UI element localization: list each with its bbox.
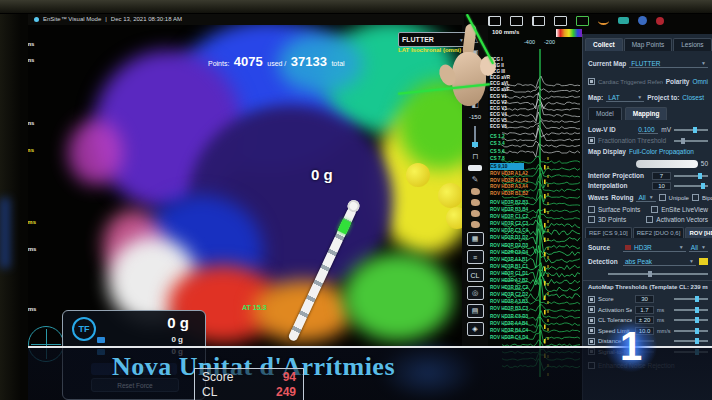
polarity-value[interactable]: Omni <box>692 78 708 85</box>
opacity-bar[interactable] <box>636 160 698 168</box>
rov-channel[interactable]: ROV HD3R D1,D2 <box>490 234 570 241</box>
source-dropdown[interactable]: HD3R▼ <box>623 244 686 252</box>
globe-icon[interactable] <box>638 16 647 25</box>
interior-value[interactable]: 7 <box>652 172 671 180</box>
liveview-checkbox[interactable] <box>651 206 658 213</box>
lock-icon[interactable]: ⊓ <box>472 152 478 161</box>
cs-channel[interactable]: CS 3,4 <box>490 140 570 147</box>
unipole-checkbox[interactable] <box>659 194 666 201</box>
ref-tab[interactable]: REF [CS 9,10] <box>585 227 632 238</box>
rov-channel[interactable]: ROV HD3R B3,B4 <box>490 206 570 213</box>
rov-channel[interactable]: ROV HD3R A3,A4 <box>490 184 570 191</box>
pen-icon[interactable]: ✎ <box>472 175 479 184</box>
threshold-checkbox[interactable] <box>588 338 595 345</box>
threshold-slider[interactable] <box>674 330 708 332</box>
surface-points-checkbox[interactable] <box>588 206 595 213</box>
cs-channel[interactable]: CS 5,6 <box>490 148 570 155</box>
interpolation-slider[interactable] <box>674 185 708 187</box>
cl-tool-button[interactable]: CL <box>467 268 484 282</box>
project-value[interactable]: Closest <box>682 94 704 101</box>
lowv-value[interactable]: 0.100 <box>638 126 658 134</box>
rov-channel[interactable]: ROV HD3R C2,D2 <box>490 291 570 298</box>
bipole-checkbox[interactable] <box>692 194 699 201</box>
roving-dropdown[interactable]: All▼ <box>636 194 655 202</box>
cs-channel[interactable]: CS 7,8 <box>490 155 570 162</box>
rov-channel[interactable]: ROV HD3R C3,C4 <box>490 227 570 234</box>
map-viewport[interactable]: Points: 4075 used / 37133 total 0 g AT 1… <box>28 25 462 346</box>
rov-channel[interactable]: ROV HD3R B4,C4 <box>490 327 570 334</box>
detection-dropdown[interactable]: abs Peak▼ <box>623 258 696 266</box>
cs-channel[interactable]: CS 1,2 <box>490 133 570 140</box>
sensitivity-slider[interactable] <box>608 273 708 275</box>
grid-tool-icon[interactable]: ▦ <box>467 232 484 246</box>
rov-channel[interactable]: ROV HD3R A1,B1 <box>490 256 570 263</box>
threshold-slider[interactable] <box>674 298 708 300</box>
view-preset-button[interactable] <box>468 165 482 171</box>
rotate-hand-icon[interactable] <box>471 199 480 206</box>
rov-channel[interactable]: ROV HD3R B2,C2 <box>490 284 570 291</box>
ecg-channel[interactable]: ECG V6 <box>490 124 570 130</box>
rov-channel[interactable]: ROV HD3R C4,D4 <box>490 334 570 341</box>
rov-channel[interactable]: ROV HD3R B2,B3 <box>490 199 570 206</box>
interior-slider[interactable] <box>674 175 708 177</box>
panel-tab[interactable]: Collect <box>585 38 623 51</box>
activation-vectors-checkbox[interactable] <box>646 216 653 223</box>
window-pane-icon[interactable] <box>510 16 523 26</box>
lesion-marker[interactable] <box>438 183 462 208</box>
lesion-marker[interactable] <box>406 163 430 187</box>
threshold-checkbox[interactable] <box>588 296 595 303</box>
current-map-dropdown[interactable]: FLUTTER▼ <box>629 60 708 68</box>
ref-tab[interactable]: REF2 [DUO 0,6] <box>633 227 685 238</box>
rov-channel[interactable]: ROV HD3R A1,A2 <box>490 171 570 178</box>
lowv-slider[interactable] <box>674 129 708 131</box>
threshold-checkbox[interactable] <box>588 306 595 313</box>
signal-icon[interactable] <box>598 17 609 25</box>
rov-channel[interactable]: ROV HD3R B3,C3 <box>490 305 570 312</box>
interpolation-value[interactable]: 10 <box>652 182 671 190</box>
threshold-checkbox[interactable] <box>588 327 595 334</box>
map-display-value[interactable]: Full-Color Propagation <box>629 148 694 155</box>
detection-color-swatch[interactable] <box>699 258 708 265</box>
3d-points-checkbox[interactable] <box>588 216 595 223</box>
threshold-slider[interactable] <box>674 340 708 342</box>
panel-tab[interactable]: Lesions <box>673 38 711 51</box>
rov-channel[interactable]: ROV HD3R A3,B3 <box>490 298 570 305</box>
window-layout-icon[interactable] <box>532 16 545 26</box>
select-hand-icon[interactable] <box>471 210 480 217</box>
diamond-tool-icon[interactable]: ◈ <box>467 322 484 336</box>
model-tab[interactable]: Model <box>588 107 622 120</box>
cardiac-ref-checkbox[interactable] <box>588 78 595 85</box>
rov-channel[interactable]: ROV HD3R D2,D3 <box>490 242 570 249</box>
rov-channel[interactable]: ROV HD3R C3,D3 <box>490 313 570 320</box>
lesion-marker[interactable] <box>446 207 462 229</box>
layers-tool-icon[interactable]: ▤ <box>467 304 484 318</box>
cs-channel[interactable]: CS 9,10 <box>490 163 524 170</box>
chat-icon[interactable] <box>618 17 629 24</box>
source-scope-dropdown[interactable]: All▼ <box>689 244 708 252</box>
target-tool-icon[interactable]: ◎ <box>467 286 484 300</box>
pan-hand-icon[interactable] <box>471 188 480 195</box>
mapping-tab[interactable]: Mapping <box>625 107 668 120</box>
window-arrow-icon[interactable] <box>554 16 567 26</box>
rov-channel[interactable]: ROV HD3R C2,C3 <box>490 220 570 227</box>
threshold-checkbox[interactable] <box>588 317 595 324</box>
rov-channel[interactable]: ROV HD3R A2,A3 <box>490 178 570 185</box>
threshold-value[interactable]: 30 <box>635 295 654 303</box>
depth-slider[interactable] <box>474 126 476 148</box>
rov-channel[interactable]: ROV HD3R B1,C1 <box>490 263 570 270</box>
rov-channel[interactable]: ROV HD3R A2,B2 <box>490 277 570 284</box>
rov-channel[interactable]: ROV HD3R A4,B4 <box>490 320 570 327</box>
map-dropdown[interactable]: LAT▼ <box>606 94 644 102</box>
fractionation-slider[interactable] <box>674 140 708 142</box>
rov-channel[interactable]: ROV HD3R C1,D1 <box>490 270 570 277</box>
threshold-slider[interactable] <box>674 309 708 311</box>
threshold-value[interactable]: 1.7 <box>635 306 654 314</box>
rov-channel[interactable]: ROV HD3R B1,B2 <box>490 191 570 198</box>
rov-channel[interactable]: ROV HD3R C1,C2 <box>490 213 570 220</box>
fractionation-checkbox[interactable] <box>588 137 595 144</box>
list-tool-icon[interactable]: ≡ <box>467 250 484 264</box>
record-icon[interactable] <box>576 16 589 26</box>
panel-tab[interactable]: Map Points <box>624 38 673 51</box>
threshold-slider[interactable] <box>674 319 708 321</box>
ref-tab[interactable]: ROV [HD <box>685 227 712 238</box>
